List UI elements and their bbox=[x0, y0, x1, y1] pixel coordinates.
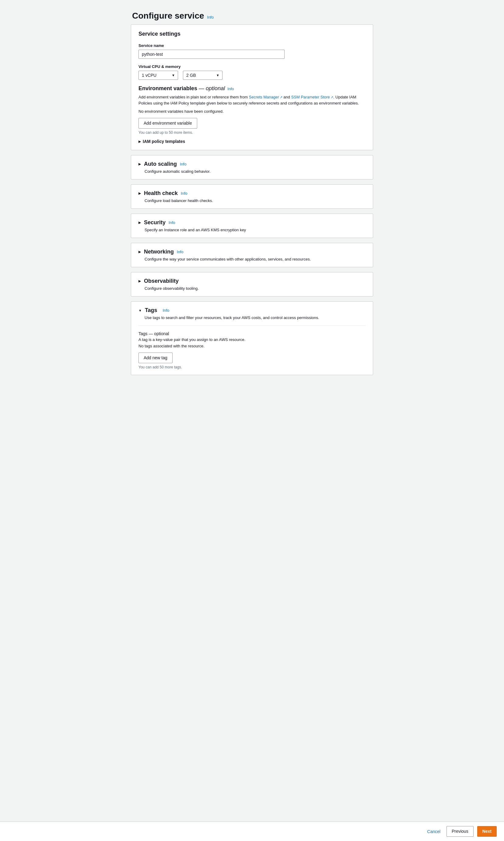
security-arrow-icon: ▶ bbox=[139, 221, 141, 225]
page-title-row: Configure service Info bbox=[126, 6, 378, 24]
service-settings-card: Service settings Service name Virtual CP… bbox=[131, 24, 373, 150]
auto-scaling-card: ▶ Auto scaling Info Configure automatic … bbox=[131, 155, 373, 179]
iam-policy-templates-label: IAM policy templates bbox=[143, 139, 185, 144]
auto-scaling-header[interactable]: ▶ Auto scaling Info bbox=[139, 161, 365, 167]
observability-arrow-icon: ▶ bbox=[139, 279, 141, 283]
auto-scaling-title: Auto scaling bbox=[144, 161, 177, 167]
cpu-select-wrapper: 1 vCPU 2 vCPU 4 vCPU ▼ bbox=[139, 71, 178, 80]
security-header[interactable]: ▶ Security Info bbox=[139, 219, 365, 226]
add-env-var-limit: You can add up to 50 more items. bbox=[139, 131, 365, 135]
memory-select-wrapper: 0.5 GB 1 GB 2 GB 3 GB 4 GB ▼ bbox=[183, 71, 222, 80]
networking-arrow-icon: ▶ bbox=[139, 250, 141, 254]
memory-select[interactable]: 0.5 GB 1 GB 2 GB 3 GB 4 GB bbox=[183, 71, 222, 80]
page-title: Configure service bbox=[132, 11, 204, 21]
observability-title: Observability bbox=[144, 278, 179, 284]
networking-card: ▶ Networking Info Configure the way your… bbox=[131, 243, 373, 267]
env-vars-heading: Environment variables — optional bbox=[139, 85, 225, 92]
env-vars-description: Add environment variables in plain text … bbox=[139, 94, 365, 106]
auto-scaling-arrow-icon: ▶ bbox=[139, 162, 141, 166]
observability-header[interactable]: ▶ Observability bbox=[139, 278, 365, 284]
page-info-link[interactable]: Info bbox=[207, 15, 214, 19]
footer-bar: Cancel Previous Next bbox=[0, 822, 504, 841]
cpu-memory-group: Virtual CPU & memory 1 vCPU 2 vCPU 4 vCP… bbox=[139, 64, 365, 80]
iam-policy-templates-toggle[interactable]: ▶ IAM policy templates bbox=[139, 139, 365, 144]
auto-scaling-description: Configure automatic scaling behavior. bbox=[145, 169, 365, 174]
add-env-var-button[interactable]: Add environment variable bbox=[139, 118, 197, 128]
tags-info-link[interactable]: Info bbox=[163, 308, 169, 313]
service-name-group: Service name bbox=[139, 43, 365, 59]
service-name-label: Service name bbox=[139, 43, 365, 48]
auto-scaling-info-link[interactable]: Info bbox=[180, 162, 186, 166]
no-env-vars-text: No environment variables have been confi… bbox=[139, 109, 365, 114]
security-description: Specify an Instance role and an AWS KMS … bbox=[145, 228, 365, 232]
tags-divider bbox=[139, 325, 365, 326]
tags-description: Use tags to search and filter your resou… bbox=[145, 315, 365, 320]
env-vars-heading-row: Environment variables — optional Info bbox=[139, 85, 365, 92]
tags-sub-description: A tag is a key-value pair that you assig… bbox=[139, 337, 365, 342]
service-name-input[interactable] bbox=[139, 50, 285, 59]
no-tags-text: No tags associated with the resource. bbox=[139, 344, 365, 348]
cpu-select[interactable]: 1 vCPU 2 vCPU 4 vCPU bbox=[139, 71, 178, 80]
iam-arrow-icon: ▶ bbox=[139, 140, 141, 143]
networking-title: Networking bbox=[144, 248, 174, 255]
ssm-link[interactable]: SSM Parameter Store ↗ bbox=[291, 94, 333, 100]
cpu-memory-selects-row: 1 vCPU 2 vCPU 4 vCPU ▼ 0.5 GB 1 GB 2 GB … bbox=[139, 71, 365, 80]
secrets-manager-link[interactable]: Secrets Manager ↗ bbox=[249, 94, 283, 100]
security-info-link[interactable]: Info bbox=[168, 220, 175, 225]
networking-header[interactable]: ▶ Networking Info bbox=[139, 248, 365, 255]
health-check-title: Health check bbox=[144, 190, 178, 196]
health-check-card: ▶ Health check Info Configure load balan… bbox=[131, 184, 373, 209]
cancel-button[interactable]: Cancel bbox=[425, 827, 443, 836]
env-vars-info-link[interactable]: Info bbox=[227, 87, 234, 91]
tags-card: ▼ Tags Info Use tags to search and filte… bbox=[131, 302, 373, 375]
cpu-memory-label: Virtual CPU & memory bbox=[139, 64, 365, 69]
observability-card: ▶ Observability Configure observability … bbox=[131, 272, 373, 296]
security-title: Security bbox=[144, 219, 165, 226]
tags-title: Tags bbox=[145, 307, 157, 313]
health-check-header[interactable]: ▶ Health check Info bbox=[139, 190, 365, 196]
observability-description: Configure observability tooling. bbox=[145, 286, 365, 291]
health-check-arrow-icon: ▶ bbox=[139, 191, 141, 195]
add-new-tag-button[interactable]: Add new tag bbox=[139, 353, 173, 363]
tags-arrow-icon: ▼ bbox=[139, 309, 142, 312]
previous-button[interactable]: Previous bbox=[447, 826, 473, 837]
add-tag-limit: You can add 50 more tags. bbox=[139, 365, 365, 369]
networking-description: Configure the way your service communica… bbox=[145, 257, 365, 261]
health-check-info-link[interactable]: Info bbox=[181, 191, 187, 195]
security-card: ▶ Security Info Specify an Instance role… bbox=[131, 213, 373, 238]
health-check-description: Configure load balancer health checks. bbox=[145, 199, 365, 203]
networking-info-link[interactable]: Info bbox=[177, 250, 183, 254]
service-settings-title: Service settings bbox=[139, 31, 365, 37]
tags-header[interactable]: ▼ Tags Info bbox=[139, 307, 365, 313]
tags-optional-heading: Tags — optional bbox=[139, 331, 365, 336]
next-button[interactable]: Next bbox=[477, 826, 497, 837]
